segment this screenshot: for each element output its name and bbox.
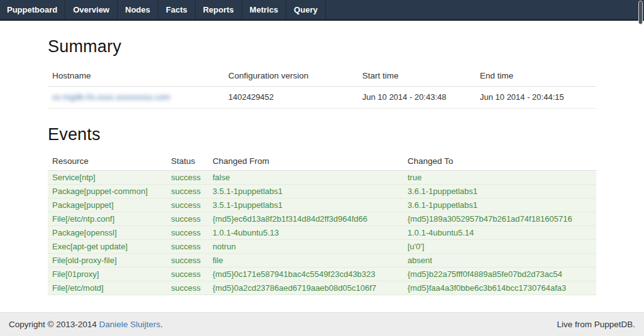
summary-row: xx-mgdb-0x.xxxx.xxxxxxxxx.com 1402429452… <box>48 87 596 109</box>
summary-header-start-time: Start time <box>358 65 475 87</box>
event-row: Package[puppet]success3.5.1-1puppetlabs1… <box>48 198 596 212</box>
event-changed-from: {md5}0a2cd23786aed6719aaeb08d05c106f7 <box>208 281 403 295</box>
event-status: success <box>167 212 208 226</box>
event-row: File[01proxy]success{md5}0c171e587941bac… <box>48 268 596 281</box>
event-status: success <box>167 268 208 281</box>
event-row: File[/etc/ntp.conf]success{md5}ec6d13a8f… <box>48 212 596 226</box>
event-changed-from: notrun <box>208 240 403 254</box>
summary-header-config-version: Configuration version <box>224 65 358 87</box>
event-resource: File[/etc/motd] <box>48 281 167 295</box>
footer: Copyright © 2013-2014 Daniele Sluijters.… <box>0 312 644 336</box>
event-changed-to: {md5}b22a75fff0f4889a85fe07bd2d73ac54 <box>403 268 596 281</box>
summary-header-end-time: End time <box>475 65 596 87</box>
event-changed-to: 1.0.1-4ubuntu5.14 <box>403 226 596 240</box>
event-status: success <box>167 226 208 240</box>
event-changed-to: true <box>403 171 596 185</box>
scrollbar-thumb[interactable] <box>638 1 643 24</box>
event-resource: Package[puppet] <box>48 198 167 212</box>
event-changed-from: {md5}ec6d13a8f2b1f314d84d2ff3d964fd66 <box>208 212 403 226</box>
event-changed-to: {md5}189a3052957b47b261ad74f181605716 <box>403 212 596 226</box>
event-status: success <box>167 198 208 212</box>
event-changed-from: {md5}0c171e587941bac4c5549f23cd43b323 <box>208 268 403 281</box>
start-time-value: Jun 10 2014 - 20:43:48 <box>358 87 475 109</box>
navbar: Puppetboard Overview Nodes Facts Reports… <box>0 0 644 21</box>
event-changed-from: 1.0.1-4ubuntu5.13 <box>208 226 403 240</box>
summary-table: Hostname Configuration version Start tim… <box>48 65 596 109</box>
event-resource: File[old-proxy-file] <box>48 254 167 268</box>
nav-item-facts[interactable]: Facts <box>158 0 196 19</box>
nav-item-metrics[interactable]: Metrics <box>242 0 287 19</box>
event-row: Package[openssl]success1.0.1-4ubuntu5.13… <box>48 226 596 240</box>
event-status: success <box>167 171 208 185</box>
event-row: File[old-proxy-file]successfileabsent <box>48 254 596 268</box>
event-changed-to: {md5}faa4a3f0bbe6c3b614bcc1730764afa3 <box>403 281 596 295</box>
event-changed-from: false <box>208 171 403 185</box>
copyright-suffix: . <box>160 320 163 329</box>
configuration-version-value: 1402429452 <box>224 87 358 109</box>
navbar-brand[interactable]: Puppetboard <box>0 0 65 19</box>
event-resource: File[/etc/ntp.conf] <box>48 212 167 226</box>
author-link[interactable]: Daniele Sluijters <box>99 320 161 329</box>
copyright-text: Copyright © 2013-2014 Daniele Sluijters. <box>9 320 163 329</box>
events-table: Resource Status Changed From Changed To … <box>48 153 596 295</box>
events-header-changed-from: Changed From <box>208 153 403 171</box>
event-changed-to: 3.6.1-1puppetlabs1 <box>403 185 596 198</box>
event-changed-to: [u'0'] <box>403 240 596 254</box>
events-header-resource: Resource <box>48 153 167 171</box>
copyright-prefix: Copyright © 2013-2014 <box>9 320 99 329</box>
hostname-link[interactable]: xx-mgdb-0x.xxxx.xxxxxxxxx.com <box>52 92 170 102</box>
event-resource: Service[ntp] <box>48 171 167 185</box>
live-from-puppetdb-text: Live from PuppetDB. <box>557 320 635 329</box>
event-row: File[/etc/motd]success{md5}0a2cd23786aed… <box>48 281 596 295</box>
main-content: Summary Hostname Configuration version S… <box>0 21 644 312</box>
event-status: success <box>167 185 208 198</box>
event-resource: Package[openssl] <box>48 226 167 240</box>
event-changed-to: 3.6.1-1puppetlabs1 <box>403 198 596 212</box>
event-resource: File[01proxy] <box>48 268 167 281</box>
event-status: success <box>167 281 208 295</box>
nav-item-query[interactable]: Query <box>286 0 326 19</box>
event-row: Service[ntp]successfalsetrue <box>48 171 596 185</box>
event-row: Package[puppet-common]success3.5.1-1pupp… <box>48 185 596 198</box>
events-title: Events <box>48 125 596 144</box>
summary-title: Summary <box>48 37 596 57</box>
event-changed-from: 3.5.1-1puppetlabs1 <box>208 198 403 212</box>
event-status: success <box>167 240 208 254</box>
event-changed-to: absent <box>403 254 596 268</box>
summary-header-hostname: Hostname <box>48 65 224 87</box>
event-resource: Exec[apt-get update] <box>48 240 167 254</box>
nav-item-nodes[interactable]: Nodes <box>118 0 158 19</box>
event-resource: Package[puppet-common] <box>48 185 167 198</box>
nav-item-overview[interactable]: Overview <box>65 0 118 19</box>
event-changed-from: 3.5.1-1puppetlabs1 <box>208 185 403 198</box>
events-header-changed-to: Changed To <box>403 153 596 171</box>
events-header-status: Status <box>167 153 208 171</box>
event-changed-from: file <box>208 254 403 268</box>
events-table-body: Service[ntp]successfalsetruePackage[pupp… <box>48 171 596 295</box>
event-row: Exec[apt-get update]successnotrun[u'0'] <box>48 240 596 254</box>
end-time-value: Jun 10 2014 - 20:44:15 <box>475 87 596 109</box>
event-status: success <box>167 254 208 268</box>
nav-item-reports[interactable]: Reports <box>196 0 242 19</box>
